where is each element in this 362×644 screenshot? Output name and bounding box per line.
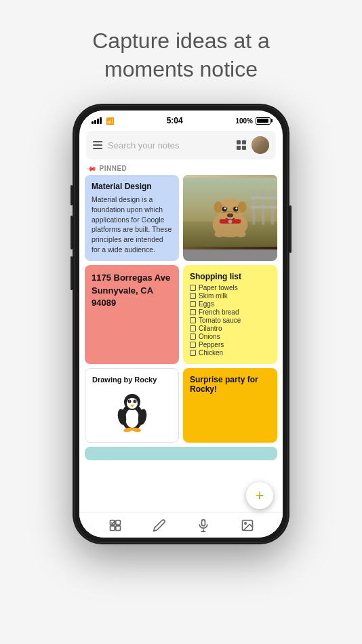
image-icon [241,519,254,532]
checklist-item-4: French bread [190,308,270,316]
status-left: 📶 [92,117,114,125]
checklist-item-8: Peppers [190,341,270,348]
pin-icon: 📌 [86,163,98,174]
notes-row-2: 1175 Borregas Ave Sunnyvale, CA 94089 Sh… [85,265,277,364]
header-line1: Capture ideas at a [92,28,270,53]
checklist-item-5: Tomato sauce [190,317,270,324]
svg-point-6 [233,207,238,212]
svg-point-12 [214,231,224,237]
svg-rect-20 [251,206,277,209]
note-address[interactable]: 1175 Borregas Ave Sunnyvale, CA 94089 [85,265,179,364]
nav-image[interactable] [241,519,254,532]
checklist-item-6: Cilantro [190,325,270,332]
wifi-icon: 📶 [106,117,114,125]
svg-point-3 [213,212,248,237]
checklist-item-3: Eggs [190,300,270,308]
status-right: 100% [235,117,270,125]
note-drawing[interactable]: Drawing by Rocky [85,368,179,443]
svg-point-28 [134,401,136,402]
svg-point-42 [244,523,246,525]
pencil-icon [153,519,166,532]
user-avatar[interactable] [252,136,269,154]
pinned-text: PINNED [100,165,127,172]
penguin-drawing [115,390,149,434]
grid-view-icon[interactable] [237,140,246,150]
fab-plus-icon: + [256,488,264,503]
svg-rect-18 [271,190,275,225]
note-body: Material design is a foundation upon whi… [92,195,172,254]
svg-point-11 [238,201,247,213]
bottom-navigation [79,512,283,538]
svg-rect-14 [220,219,241,223]
svg-point-7 [224,207,226,209]
checklist-item-2: Skim milk [190,292,270,300]
search-placeholder[interactable]: Search your notes [108,140,231,150]
svg-point-22 [125,409,139,428]
notes-area: Material Design Material design is a fou… [79,175,283,512]
note-address-body: 1175 Borregas Ave Sunnyvale, CA 94089 [92,272,172,309]
note-title: Material Design [92,182,172,191]
nav-microphone[interactable] [197,519,210,532]
svg-point-9 [227,214,233,218]
header-text: Capture ideas at a moments notice [52,0,310,104]
svg-rect-38 [201,520,205,526]
shopping-title: Shopping list [190,272,270,281]
svg-point-8 [235,207,237,209]
nav-checkmark[interactable] [108,519,122,532]
svg-point-10 [214,201,222,213]
svg-rect-35 [115,521,120,525]
nav-pencil[interactable] [153,519,166,532]
note-material-design[interactable]: Material Design Material design is a fou… [85,175,179,261]
header-line2: moments notice [104,57,258,81]
phone-screen: 📶 5:04 100% Search your notes [79,110,283,538]
svg-rect-2 [183,178,277,247]
note-shopping-list[interactable]: Shopping list Paper towels Skim milk Egg… [183,265,277,364]
checklist-item-1: Paper towels [190,284,270,291]
note-surprise-party[interactable]: Surprise party for Rocky! [183,368,277,443]
note-teal-strip[interactable] [85,447,277,460]
surprise-title: Surprise party for Rocky! [190,375,270,394]
notes-row-1: Material Design Material design is a fou… [85,175,277,261]
battery-icon [256,117,270,125]
svg-rect-37 [115,526,120,531]
drawing-title: Drawing by Rocky [92,376,172,384]
svg-rect-19 [251,197,277,199]
svg-point-5 [222,207,226,212]
status-bar: 📶 5:04 100% [79,110,283,128]
dog-image [183,175,277,249]
svg-rect-16 [252,190,256,225]
battery-percentage: 100% [235,117,253,125]
checkmark-icon [108,519,122,532]
search-bar[interactable]: Search your notes [86,131,276,159]
microphone-icon [197,519,210,532]
svg-rect-17 [262,190,265,225]
svg-rect-1 [183,222,277,247]
svg-point-13 [236,231,246,237]
phone-mockup: 📶 5:04 100% Search your notes [73,104,289,544]
pinned-section-label: 📌 PINNED [79,163,283,175]
notes-row-3: Drawing by Rocky [85,368,277,443]
svg-point-27 [129,401,130,402]
penguin-container [92,388,172,435]
checklist: Paper towels Skim milk Eggs French bread… [190,284,270,357]
dog-illustration [183,175,277,249]
note-dog-photo[interactable] [183,175,277,261]
svg-rect-36 [110,526,115,531]
status-time: 5:04 [167,116,183,125]
signal-bars [92,117,102,124]
hamburger-icon[interactable] [93,141,102,149]
svg-point-15 [228,220,233,224]
checklist-item-9: Chicken [190,349,270,357]
fab-button[interactable]: + [246,482,273,509]
checklist-item-7: Onions [190,333,270,340]
